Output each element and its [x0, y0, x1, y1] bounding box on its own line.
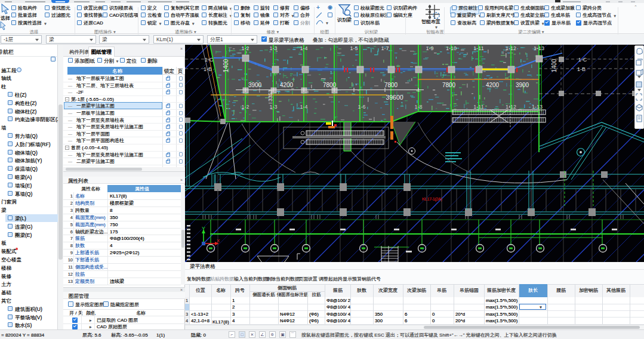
svg-text:7800: 7800 [323, 82, 337, 88]
svg-text:1-4: 1-4 [300, 45, 307, 51]
svg-text:KL17-1(2A): KL17-1(2A) [422, 196, 442, 202]
svg-text:4200: 4200 [486, 82, 500, 88]
svg-text:3353: 3353 [267, 90, 273, 101]
svg-text:1-3: 1-3 [269, 45, 277, 51]
svg-text:1-B: 1-B [204, 66, 212, 72]
svg-text:1-4: 1-4 [300, 104, 307, 110]
svg-text:1-B: 1-B [577, 66, 586, 72]
svg-text:3900: 3900 [248, 82, 262, 88]
svg-text:1-11: 1-11 [473, 104, 483, 110]
svg-text:1-2: 1-2 [241, 104, 249, 110]
svg-text:1-6: 1-6 [358, 104, 365, 110]
svg-text:1-7: 1-7 [381, 45, 389, 51]
svg-text:1-9: 1-9 [426, 45, 433, 51]
svg-text:1-12: 1-12 [506, 45, 516, 51]
svg-text:1-C: 1-C [578, 57, 587, 63]
svg-text:1-13: 1-13 [532, 104, 543, 110]
svg-text:X: X [217, 238, 220, 244]
svg-text:1-2: 1-2 [241, 45, 249, 51]
svg-text:1-3: 1-3 [269, 104, 277, 110]
svg-text:1400: 1400 [551, 58, 557, 72]
svg-text:1-13: 1-13 [534, 45, 544, 51]
svg-text:1-C: 1-C [205, 57, 214, 63]
svg-text:1400: 1400 [223, 58, 229, 72]
svg-text:4200: 4200 [280, 82, 294, 88]
svg-text:3900: 3900 [516, 82, 529, 88]
svg-text:1-11: 1-11 [473, 45, 483, 51]
svg-text:1-8: 1-8 [414, 104, 422, 110]
svg-text:39600: 39600 [386, 94, 403, 101]
svg-text:7800: 7800 [384, 82, 398, 88]
svg-text:1-10: 1-10 [446, 45, 457, 51]
svg-text:7800: 7800 [442, 82, 456, 88]
svg-text:1-5: 1-5 [350, 45, 358, 51]
svg-text:1-12: 1-12 [506, 104, 516, 110]
